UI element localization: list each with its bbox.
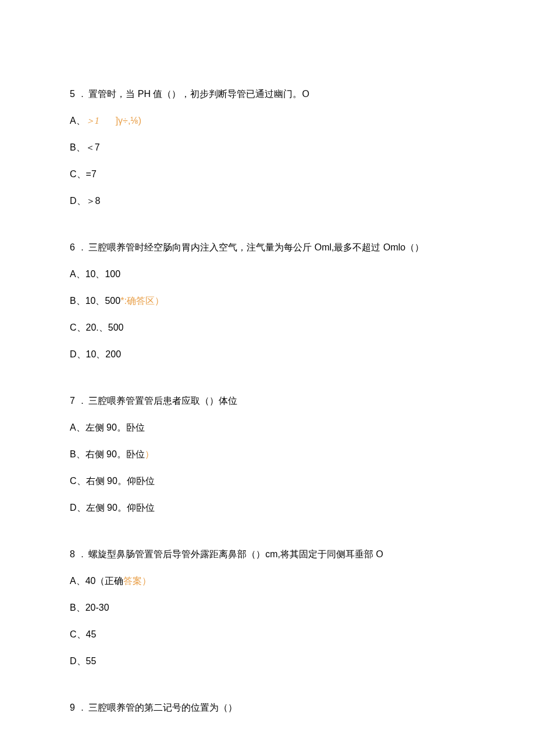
q9-text: 三腔喂养管的第二记号的位置为（）: [88, 703, 237, 712]
q8-option-c: C、45: [70, 628, 465, 642]
q5-optA-fragment: ]γ÷,⅛): [116, 116, 141, 126]
q8-option-b: B、20-30: [70, 601, 465, 615]
q6-optB-hint: :确答区）: [124, 296, 163, 306]
question-8: 8 . 螺旋型鼻肠管置管后导管外露距离鼻部（）cm,将其固定于同侧耳垂部 O A…: [70, 547, 465, 668]
q9-number: 9: [70, 701, 75, 715]
q6-number: 6: [70, 241, 75, 255]
q7-option-d: D、左侧 90。仰卧位: [70, 501, 465, 515]
q8-text: 螺旋型鼻肠管置管后导管外露距离鼻部（）cm,将其固定于同侧耳垂部 O: [88, 549, 383, 559]
page: 5 . 置管时，当 PH 值（），初步判断导管已通过幽门。O A、＞1]γ÷,⅛…: [0, 0, 535, 756]
q6-option-b: B、10、500*:确答区）: [70, 294, 465, 308]
q7-optB-tail: ）: [145, 449, 154, 459]
question-7-stem: 7 . 三腔喂养管置管后患者应取（）体位: [70, 394, 465, 408]
q8-optA-hint: 答案）: [123, 576, 151, 586]
q6-option-a: A、10、100: [70, 267, 465, 281]
q6-dot: .: [81, 241, 83, 255]
q7-option-b: B、右侧 90。卧位）: [70, 447, 465, 461]
question-6: 6 . 三腔喂养管时经空肠向胃内注入空气，注气量为每公斤 Oml,最多不超过 O…: [70, 241, 465, 361]
q6-option-d: D、10、200: [70, 347, 465, 361]
question-5: 5 . 置管时，当 PH 值（），初步判断导管已通过幽门。O A、＞1]γ÷,⅛…: [70, 87, 465, 208]
q5-dot: .: [81, 87, 83, 101]
q8-number: 8: [70, 547, 75, 561]
question-8-stem: 8 . 螺旋型鼻肠管置管后导管外露距离鼻部（）cm,将其固定于同侧耳垂部 O: [70, 547, 465, 561]
q8-option-a: A、40（正确答案）: [70, 574, 465, 588]
q8-optA-prefix: A、40（正确: [70, 576, 123, 586]
q6-option-c: C、20.、500: [70, 321, 465, 335]
question-5-stem: 5 . 置管时，当 PH 值（），初步判断导管已通过幽门。O: [70, 87, 465, 101]
q7-dot: .: [81, 394, 83, 408]
q6-text: 三腔喂养管时经空肠向胃内注入空气，注气量为每公斤 Oml,最多不超过 Omlo（…: [88, 242, 424, 252]
question-6-stem: 6 . 三腔喂养管时经空肠向胃内注入空气，注气量为每公斤 Oml,最多不超过 O…: [70, 241, 465, 255]
q7-number: 7: [70, 394, 75, 408]
q5-option-b: B、＜7: [70, 141, 465, 155]
q7-text: 三腔喂养管置管后患者应取（）体位: [88, 396, 237, 406]
question-7: 7 . 三腔喂养管置管后患者应取（）体位 A、左侧 90。卧位 B、右侧 90。…: [70, 394, 465, 515]
q7-option-c: C、右侧 90。仰卧位: [70, 474, 465, 488]
q7-optB-text: B、右侧 90。卧位: [70, 449, 145, 459]
q9-dot: .: [81, 701, 83, 715]
question-9: 9 . 三腔喂养管的第二记号的位置为（）: [70, 701, 465, 715]
q5-option-d: D、＞8: [70, 194, 465, 208]
q5-text: 置管时，当 PH 值（），初步判断导管已通过幽门。O: [88, 89, 309, 99]
q8-dot: .: [81, 547, 83, 561]
q5-optA-value: ＞1: [85, 116, 99, 126]
q8-option-d: D、55: [70, 654, 465, 668]
question-9-stem: 9 . 三腔喂养管的第二记号的位置为（）: [70, 701, 465, 715]
q5-option-a: A、＞1]γ÷,⅛): [70, 114, 465, 128]
q5-option-c: C、=7: [70, 167, 465, 181]
q6-optB-prefix: B、10、500: [70, 296, 120, 306]
q5-number: 5: [70, 87, 75, 101]
q5-optA-prefix: A、: [70, 116, 85, 126]
q7-option-a: A、左侧 90。卧位: [70, 421, 465, 435]
